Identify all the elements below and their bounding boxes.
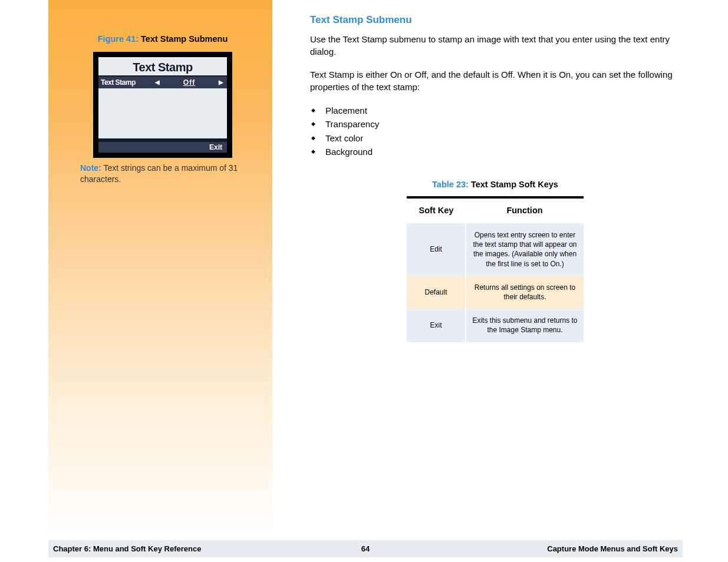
footer-section: Capture Mode Menus and Soft Keys — [370, 544, 678, 553]
screenshot-option-value: Off — [183, 78, 195, 87]
cell-function: Opens text entry screen to enter the tex… — [466, 223, 584, 276]
screenshot-softkey-bar: Exit — [98, 142, 227, 153]
screenshot-title: Text Stamp — [98, 57, 227, 74]
paragraph-1: Use the Text Stamp submenu to stamp an i… — [310, 33, 680, 58]
screenshot-exit-softkey: Exit — [209, 143, 222, 151]
section-heading: Text Stamp Submenu — [310, 14, 680, 26]
sidebar-panel: Figure 41: Text Stamp Submenu Text Stamp… — [48, 0, 272, 540]
table-row: Default Returns all settings on screen t… — [407, 276, 584, 309]
screenshot-lcd: Text Stamp Text Stamp ◀ Off ▶ Exit — [98, 57, 227, 153]
figure-note: Note: Text strings can be a maximum of 3… — [77, 163, 249, 185]
table-row: Exit Exits this submenu and returns to t… — [407, 309, 584, 342]
table-header-function: Function — [466, 197, 584, 223]
cell-function: Exits this submenu and returns to the Im… — [466, 309, 584, 342]
figure-caption: Figure 41: Text Stamp Submenu — [77, 34, 249, 44]
screenshot-option-label: Text Stamp — [98, 78, 151, 87]
table-header-row: Soft Key Function — [407, 197, 584, 223]
list-item: Transparency — [310, 117, 680, 131]
chevron-right-icon: ▶ — [219, 79, 223, 85]
footer-chapter: Chapter 6: Menu and Soft Key Reference — [53, 544, 361, 553]
cell-function: Returns all settings on screen to their … — [466, 276, 584, 309]
screenshot-option-row: Text Stamp ◀ Off ▶ — [98, 77, 227, 88]
table-caption: Table 23: Text Stamp Soft Keys — [407, 180, 584, 189]
list-item: Background — [310, 145, 680, 158]
paragraph-2: Text Stamp is either On or Off, and the … — [310, 68, 680, 93]
note-text: Text strings can be a maximum of 31 char… — [80, 163, 238, 184]
list-item: Text color — [310, 131, 680, 145]
table-row: Edit Opens text entry screen to enter th… — [407, 223, 584, 276]
table-label-title: Text Stamp Soft Keys — [469, 180, 558, 189]
page-footer: Chapter 6: Menu and Soft Key Reference 6… — [48, 540, 683, 557]
figure-label-title: Text Stamp Submenu — [139, 34, 228, 44]
cell-softkey: Default — [407, 276, 466, 309]
table-header-softkey: Soft Key — [407, 197, 466, 223]
footer-page-number: 64 — [361, 544, 370, 553]
screenshot-option-value-cell: ◀ Off ▶ — [151, 78, 227, 87]
document-page: Figure 41: Text Stamp Submenu Text Stamp… — [48, 0, 683, 540]
softkeys-table-container: Table 23: Text Stamp Soft Keys Soft Key … — [407, 180, 584, 342]
main-content: Text Stamp Submenu Use the Text Stamp su… — [272, 0, 683, 540]
softkeys-table: Soft Key Function Edit Opens text entry … — [407, 196, 584, 342]
list-item: Placement — [310, 104, 680, 117]
note-label: Note: — [80, 163, 101, 173]
figure-label-number: Figure 41: — [98, 34, 139, 44]
cell-softkey: Edit — [407, 223, 466, 276]
chevron-left-icon: ◀ — [155, 79, 160, 85]
properties-list: Placement Transparency Text color Backgr… — [310, 104, 680, 158]
figure-screenshot: Text Stamp Text Stamp ◀ Off ▶ Exit — [93, 52, 232, 158]
table-label-number: Table 23: — [432, 180, 469, 189]
cell-softkey: Exit — [407, 309, 466, 342]
